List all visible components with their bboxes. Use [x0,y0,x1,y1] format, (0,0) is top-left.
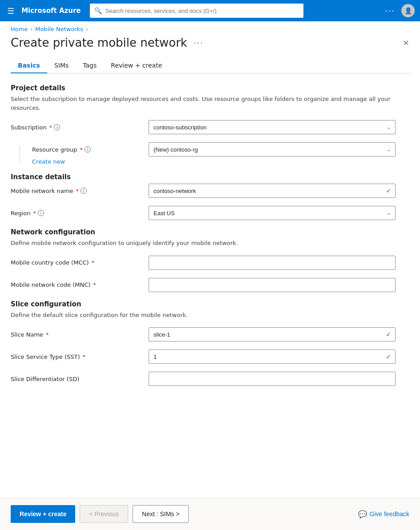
breadcrumb-home[interactable]: Home [11,26,28,32]
network-name-input-wrapper: ✓ [149,184,396,198]
rg-required: * [80,146,83,153]
subscription-info-icon[interactable]: i [54,124,60,130]
subscription-dropdown-wrapper: contoso-subscription ⌄ [149,120,396,134]
slice-name-label: Slice Name * [11,331,149,338]
sst-control: ✓ [149,349,396,364]
rg-dropdown-wrapper: (New) contoso-rg ⌄ [149,142,396,157]
avatar[interactable]: 👤 [401,4,415,17]
rg-info-icon[interactable]: i [85,146,91,153]
page-title: Create private mobile network [11,36,187,49]
mnc-label: Mobile network code (MNC) * [11,281,149,288]
sst-check-icon: ✓ [386,353,391,360]
breadcrumb: Home › Mobile Networks › [0,21,420,32]
next-button[interactable]: Next : SIMs > [133,505,189,523]
mcc-required: * [92,259,95,266]
rg-dropdown[interactable]: (New) contoso-rg [149,142,396,157]
network-name-input[interactable] [149,184,396,198]
subscription-required: * [49,124,52,131]
sst-label: Slice Service Type (SST) * [11,353,149,360]
previous-button[interactable]: < Previous [80,505,128,523]
page-options-icon[interactable]: ··· [194,38,204,48]
page-header: Create private mobile network ··· × [0,32,420,49]
network-name-info-icon[interactable]: i [81,188,87,194]
subscription-dropdown[interactable]: contoso-subscription [149,120,396,134]
footer: Review + create < Previous Next : SIMs >… [0,498,420,530]
region-row: Region * i East US ⌄ [11,206,409,220]
mnc-input[interactable] [149,278,396,292]
mnc-control [149,278,396,292]
slice-name-row: Slice Name * ✓ [11,327,409,341]
give-feedback-button[interactable]: 💬 Give feedback [358,510,410,518]
region-required: * [33,210,36,217]
rg-indent [11,142,32,164]
region-label: Region * i [11,210,149,217]
network-name-check-icon: ✓ [386,187,391,194]
slice-name-input-wrapper: ✓ [149,327,396,341]
hamburger-icon[interactable]: ☰ [5,4,16,17]
breadcrumb-sep-1: › [30,26,32,32]
sd-input[interactable] [149,372,396,386]
sst-input-wrapper: ✓ [149,349,396,364]
project-details-title: Project details [11,84,409,92]
tab-review-create[interactable]: Review + create [104,58,169,73]
slice-name-control: ✓ [149,327,396,341]
rg-control: (New) contoso-rg ⌄ [149,142,396,157]
topnav-right: ··· 👤 [385,4,415,17]
instance-details-title: Instance details [11,173,409,181]
slice-name-input[interactable] [149,327,396,341]
breadcrumb-mobile-networks[interactable]: Mobile Networks [35,26,83,32]
tab-sims[interactable]: SIMs [47,58,76,73]
network-config-title: Network configuration [11,228,409,236]
mcc-control [149,256,396,270]
vertical-line [20,146,20,164]
create-new-link[interactable]: Create new [32,158,409,165]
network-name-required: * [76,188,79,194]
network-config-desc: Define mobile network configuration to u… [11,239,409,248]
mcc-label: Mobile country code (MCC) * [11,259,149,266]
search-input[interactable] [105,8,299,14]
azure-logo: Microsoft Azure [21,7,81,15]
resource-group-row: Resource group * i (New) contoso-rg ⌄ Cr… [11,142,409,165]
search-bar: 🔍 [90,4,303,18]
network-name-control: ✓ [149,184,396,198]
subscription-label: Subscription * i [11,124,149,131]
feedback-label: Give feedback [370,510,410,518]
mnc-required: * [93,281,96,288]
resource-group-label: Resource group * i [32,146,149,153]
more-options-icon[interactable]: ··· [385,6,395,16]
sst-required: * [83,353,86,360]
tab-basics[interactable]: Basics [11,58,47,73]
sst-row: Slice Service Type (SST) * ✓ [11,349,409,364]
tabs: Basics SIMs Tags Review + create [11,58,409,73]
subscription-control: contoso-subscription ⌄ [149,120,396,134]
topnav: ☰ Microsoft Azure 🔍 ··· 👤 [0,0,420,21]
close-icon[interactable]: × [403,39,409,47]
region-info-icon[interactable]: i [38,210,44,216]
slice-config-desc: Define the default slice configuration f… [11,311,409,320]
region-dropdown[interactable]: East US [149,206,396,220]
sd-row: Slice Differentiator (SD) [11,372,409,386]
subscription-row: Subscription * i contoso-subscription ⌄ [11,120,409,134]
slice-name-check-icon: ✓ [386,331,391,338]
search-icon: 🔍 [94,7,102,14]
tab-tags[interactable]: Tags [76,58,104,73]
review-create-button[interactable]: Review + create [11,505,75,523]
main-content: Basics SIMs Tags Review + create Project… [0,49,420,498]
mcc-row: Mobile country code (MCC) * [11,256,409,270]
slice-config-title: Slice configuration [11,300,409,308]
rg-content: Resource group * i (New) contoso-rg ⌄ Cr… [32,142,409,165]
slice-name-required: * [46,331,49,338]
mcc-input[interactable] [149,256,396,270]
network-name-row: Mobile network name * i ✓ [11,184,409,198]
sst-input[interactable] [149,349,396,364]
sd-label: Slice Differentiator (SD) [11,376,149,382]
sd-control [149,372,396,386]
breadcrumb-sep-2: › [86,26,88,32]
region-control: East US ⌄ [149,206,396,220]
project-details-desc: Select the subscription to manage deploy… [11,95,409,112]
network-name-label: Mobile network name * i [11,188,149,194]
region-dropdown-wrapper: East US ⌄ [149,206,396,220]
rg-label-control: Resource group * i (New) contoso-rg ⌄ [32,142,409,157]
feedback-icon: 💬 [358,510,367,518]
mnc-row: Mobile network code (MNC) * [11,278,409,292]
